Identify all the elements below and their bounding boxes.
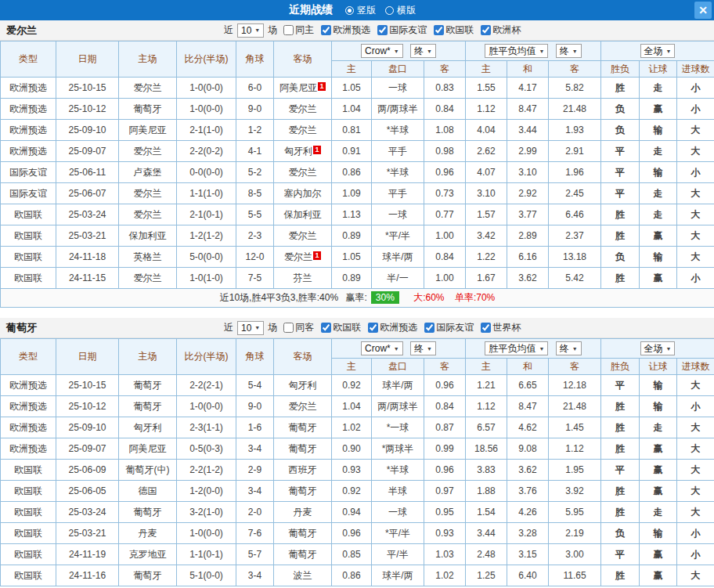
section-header-ireland: 爱尔兰 近 10 ▼ 场 同主欧洲预选国际友谊欧国联欧洲杯 [0, 20, 714, 41]
o-draw-cell: 6.65 [507, 375, 549, 396]
o-away-cell: 2.45 [549, 183, 601, 204]
filter-checkbox[interactable]: 欧洲预选 [321, 23, 370, 37]
home-cell: 爱尔兰 [119, 268, 177, 289]
checkbox-input[interactable] [321, 25, 331, 35]
avg-time-select[interactable]: 终▼ [556, 44, 582, 58]
scope-select[interactable]: 全场▼ [640, 44, 676, 58]
match-count-select[interactable]: 10 ▼ [237, 321, 264, 335]
wdl-cell: 平 [601, 544, 640, 565]
close-icon: ✕ [698, 4, 708, 16]
filter-checkbox[interactable]: 欧洲杯 [481, 23, 521, 37]
ou-cell: 小 [677, 268, 714, 289]
team-name: 爱尔兰 [134, 82, 162, 93]
avg-odds-select[interactable]: 胜平负均值▼ [485, 44, 548, 58]
away-cell: 爱尔兰 [274, 120, 332, 141]
radio-label-horizontal: 横版 [397, 4, 416, 17]
checkbox-input[interactable] [377, 25, 388, 35]
away-cell: 爱尔兰 [274, 396, 332, 417]
filter-checkbox[interactable]: 世界杯 [481, 321, 521, 334]
ou-cell: 小 [677, 523, 714, 544]
col-wdl: 胜负 [601, 359, 640, 375]
checkbox-input[interactable] [481, 323, 491, 333]
avg-odds-select[interactable]: 胜平负均值▼ [485, 341, 548, 355]
filter-checkbox[interactable]: 国际友谊 [424, 321, 474, 334]
odds-time-select[interactable]: 终▼ [410, 44, 436, 58]
away-cell: 西班牙 [274, 460, 332, 481]
o-away-cell: 1.96 [549, 162, 601, 183]
checkbox-input[interactable] [321, 323, 331, 333]
filter-checkbox[interactable]: 欧国联 [434, 23, 474, 37]
avg-time-select[interactable]: 终▼ [556, 341, 582, 355]
o-draw-cell: 3.76 [507, 481, 549, 502]
match-row: 欧国联25-06-09葡萄牙(中)2-2(1-2)2-9西班牙0.93*半球0.… [1, 460, 714, 481]
home-cell: 葡萄牙 [119, 502, 177, 523]
h-home-cell: 0.94 [332, 502, 372, 523]
match-row: 欧国联24-11-16葡萄牙5-1(0-0)3-4波兰0.86球半/两1.021… [1, 565, 714, 586]
bookmaker-value: Crow* [365, 45, 391, 56]
filter-checkbox[interactable]: 同客 [283, 321, 314, 334]
bookmaker-value: Crow* [365, 343, 391, 354]
h-home-cell: 0.86 [332, 565, 372, 586]
checkbox-input[interactable] [283, 323, 294, 333]
h-home-cell: 0.86 [332, 162, 372, 183]
wdl-cell: 胜 [601, 78, 640, 99]
hcp-res-cell: 输 [640, 247, 677, 268]
date-cell: 25-03-24 [56, 204, 119, 225]
o-home-cell: 2.48 [466, 544, 507, 565]
checkbox-label: 欧洲杯 [492, 23, 521, 37]
filter-checkbox[interactable]: 欧国联 [321, 321, 361, 334]
hcp-res-cell: 走 [640, 78, 677, 99]
o-away-cell: 21.48 [549, 396, 601, 417]
filter-checkbox[interactable]: 同主 [283, 23, 314, 37]
layout-vertical-radio[interactable]: 竖版 [345, 4, 376, 17]
o-away-cell: 3.92 [549, 481, 601, 502]
team-name: 英格兰 [134, 251, 162, 262]
filter-bar: 近 10 ▼ 场 同客欧国联欧洲预选国际友谊世界杯 [224, 321, 521, 335]
checkbox-input[interactable] [424, 323, 435, 333]
o-draw-cell: 2.99 [507, 141, 549, 162]
col-away: 客场 [274, 41, 332, 78]
date-cell: 25-10-15 [56, 375, 119, 396]
h-away-cell: 1.03 [424, 544, 466, 565]
bookmaker-select[interactable]: Crow*▼ [361, 341, 403, 355]
chevron-down-icon: ▼ [254, 325, 260, 330]
odds-time-select[interactable]: 终▼ [410, 341, 436, 355]
type-cell: 欧国联 [1, 247, 56, 268]
filter-checkbox[interactable]: 欧洲预选 [368, 321, 417, 334]
corner-cell: 7-6 [236, 523, 274, 544]
handicap-cell: 两/两球半 [372, 99, 424, 120]
date-cell: 25-09-07 [56, 141, 119, 162]
checkbox-input[interactable] [368, 323, 378, 333]
games-label: 场 [268, 321, 277, 334]
chevron-down-icon: ▼ [427, 49, 432, 54]
wdl-cell: 胜 [601, 502, 640, 523]
hcp-res-cell: 走 [640, 141, 677, 162]
team-name: 匈牙利 [284, 146, 312, 157]
filter-checkbox[interactable]: 国际友谊 [377, 23, 427, 37]
score-cell: 5-1(0-0) [177, 565, 236, 586]
date-cell: 25-03-24 [56, 502, 119, 523]
col-home: 主场 [119, 339, 177, 375]
close-button[interactable]: ✕ [694, 2, 712, 19]
o-home-cell: 1.25 [466, 565, 507, 586]
score-cell: 2-2(0-2) [177, 141, 236, 162]
ou-cell: 大 [677, 502, 714, 523]
checkbox-input[interactable] [283, 25, 294, 35]
bookmaker-select[interactable]: Crow*▼ [361, 44, 403, 58]
o-home-cell: 4.07 [466, 162, 507, 183]
wdl-cell: 平 [601, 141, 640, 162]
match-count-select[interactable]: 10 ▼ [237, 23, 264, 38]
checkbox-input[interactable] [434, 25, 444, 35]
layout-horizontal-radio[interactable]: 横版 [385, 4, 416, 17]
radio-selected-icon [345, 6, 354, 15]
handicap-group-header: Crow*▼ 终▼ [332, 339, 466, 359]
o-draw-cell: 9.08 [507, 438, 549, 460]
match-count-value: 10 [241, 323, 251, 334]
scope-select[interactable]: 全场▼ [640, 341, 676, 355]
chevron-down-icon: ▼ [666, 346, 672, 352]
col-odds-home: 主 [466, 61, 507, 78]
date-cell: 25-06-05 [56, 481, 119, 502]
checkbox-input[interactable] [481, 25, 491, 35]
team-name: 波兰 [294, 570, 312, 581]
team-name: 葡萄牙 [289, 485, 317, 496]
